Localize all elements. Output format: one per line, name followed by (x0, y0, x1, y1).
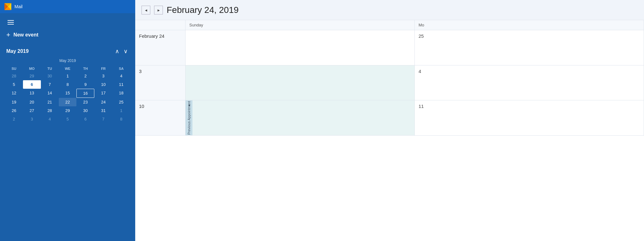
main-area: ◂ ▸ February 24, 2019 Sunday Mo February… (135, 0, 644, 241)
mini-cal-day[interactable]: 19 (5, 98, 23, 106)
mini-cal-day[interactable]: 3 (94, 72, 112, 80)
mini-cal-selected[interactable]: 16 (76, 89, 94, 98)
mini-cal-day[interactable]: 9 (76, 80, 94, 89)
week-row: 10 ◂ Previous Appointment 11 (135, 100, 644, 136)
mini-cal-day[interactable]: 10 (94, 80, 112, 89)
week-row-date: 10 (135, 100, 186, 135)
mini-cal-day[interactable]: 1 (112, 106, 130, 115)
mini-cal-day[interactable]: 28 (41, 106, 59, 115)
week-row-cells: 25 (186, 30, 644, 65)
mini-cal-day[interactable]: 5 (5, 80, 23, 89)
mini-cal-day[interactable]: 4 (112, 72, 130, 80)
new-event-button[interactable]: + New event (6, 30, 38, 40)
cal-header: ◂ ▸ February 24, 2019 (135, 0, 644, 20)
dow-we: WE (59, 65, 77, 72)
mail-icon (4, 3, 11, 10)
remaining-area (135, 136, 644, 241)
dow-su: SU (5, 65, 23, 72)
mini-cal-day[interactable]: 26 (5, 106, 23, 115)
mini-cal-day[interactable]: 21 (41, 98, 59, 106)
month-nav-arrows: ∧ ∨ (114, 48, 129, 55)
mini-cal-day[interactable]: 23 (76, 98, 94, 106)
cal-body: February 24 25 3 4 10 (135, 30, 644, 136)
mini-cal-day[interactable]: 4 (41, 115, 59, 123)
dow-th: TH (76, 65, 94, 72)
mini-cal-day[interactable]: 29 (59, 106, 77, 115)
month-prev-button[interactable]: ∧ (114, 48, 120, 55)
week-date-label: February 24 (139, 33, 164, 39)
week-header-empty (135, 20, 186, 30)
month-nav: May 2019 ∧ ∨ (0, 43, 135, 57)
month-nav-label: May 2019 (6, 48, 29, 54)
week-date-label: 10 (139, 104, 144, 109)
mini-cal-grid: SU MO TU WE TH FR SA 28 29 30 1 2 3 4 5 … (5, 65, 130, 123)
mini-cal-day[interactable]: 1 (59, 72, 77, 80)
cal-prev-button[interactable]: ◂ (142, 6, 150, 14)
week-row: February 24 25 (135, 30, 644, 65)
mini-cal-day[interactable]: 8 (112, 115, 130, 123)
mini-cal-day[interactable]: 29 (23, 72, 41, 80)
dow-tu: TU (41, 65, 59, 72)
cal-title: February 24, 2019 (167, 5, 239, 15)
cal-cell-mon[interactable]: 4 (415, 65, 644, 100)
mini-cal-day[interactable]: 14 (41, 89, 59, 98)
hamburger-line (8, 20, 14, 21)
week-row-cells: 4 (186, 65, 644, 100)
previous-appointment-tab[interactable]: ◂ Previous Appointment (186, 100, 192, 135)
mini-cal-day[interactable]: 30 (41, 72, 59, 80)
new-event-label: New event (14, 32, 38, 38)
mini-cal-day[interactable]: 7 (94, 115, 112, 123)
mini-cal-day[interactable]: 30 (76, 106, 94, 115)
sidebar: Mail + New event May 2019 ∧ ∨ May 2019 S… (0, 0, 135, 241)
cal-cell-mon[interactable]: 25 (415, 30, 644, 65)
mini-cal-day[interactable]: 8 (59, 80, 77, 89)
plus-icon: + (6, 31, 10, 38)
mini-cal-day[interactable]: 11 (112, 80, 130, 89)
mini-cal-day[interactable]: 13 (23, 89, 41, 98)
cal-cell-sun-shaded[interactable] (186, 65, 415, 100)
dow-fr: FR (94, 65, 112, 72)
mini-cal-day[interactable]: 24 (94, 98, 112, 106)
mini-cal-day[interactable]: 3 (23, 115, 41, 123)
dow-mo: MO (23, 65, 41, 72)
mini-cal-day[interactable]: 27 (23, 106, 41, 115)
cal-day-number: 25 (419, 33, 424, 39)
cal-cell-mon[interactable]: 11 (415, 100, 644, 135)
mini-cal-day[interactable]: 5 (59, 115, 77, 123)
day-label-sunday: Sunday (186, 20, 415, 30)
mini-cal-header: May 2019 (5, 59, 130, 63)
mini-cal-day[interactable]: 7 (41, 80, 59, 89)
hamburger-line (8, 24, 14, 25)
mini-cal-day[interactable]: 17 (94, 89, 112, 98)
mini-cal-day[interactable]: 12 (5, 89, 23, 98)
mini-cal-day[interactable]: 28 (5, 72, 23, 80)
hamburger-line (8, 22, 14, 23)
day-label-monday: Mo (415, 20, 644, 30)
week-days-header: Sunday Mo (186, 20, 644, 30)
month-next-button[interactable]: ∨ (122, 48, 129, 55)
cal-day-number: 4 (419, 69, 421, 74)
mini-cal-today[interactable]: 6 (23, 80, 41, 89)
app-title: Mail (14, 4, 23, 9)
week-header: Sunday Mo (135, 20, 644, 30)
week-row-date: 3 (135, 65, 186, 100)
mini-cal-day[interactable]: 20 (23, 98, 41, 106)
mini-cal-day[interactable]: 15 (59, 89, 77, 98)
mini-cal-day[interactable]: 2 (76, 72, 94, 80)
cal-next-button[interactable]: ▸ (154, 6, 163, 14)
sidebar-top: + New event (0, 13, 135, 43)
cal-cell-sun-shaded-sidetab[interactable]: ◂ Previous Appointment (186, 100, 415, 135)
mini-cal-day[interactable]: 31 (94, 106, 112, 115)
mini-cal-day[interactable]: 25 (112, 98, 130, 106)
mini-cal-day[interactable]: 18 (112, 89, 130, 98)
mini-cal-day[interactable]: 6 (76, 115, 94, 123)
dow-sa: SA (112, 65, 130, 72)
week-row-cells: ◂ Previous Appointment 11 (186, 100, 644, 135)
hamburger-button[interactable] (6, 18, 15, 26)
side-tab-label: Previous Appointment (187, 101, 191, 135)
mini-cal-day[interactable]: 22 (59, 98, 77, 106)
week-row-date: February 24 (135, 30, 186, 65)
cal-cell-sun[interactable] (186, 30, 415, 65)
mini-cal-day[interactable]: 2 (5, 115, 23, 123)
week-date-label: 3 (139, 69, 142, 74)
